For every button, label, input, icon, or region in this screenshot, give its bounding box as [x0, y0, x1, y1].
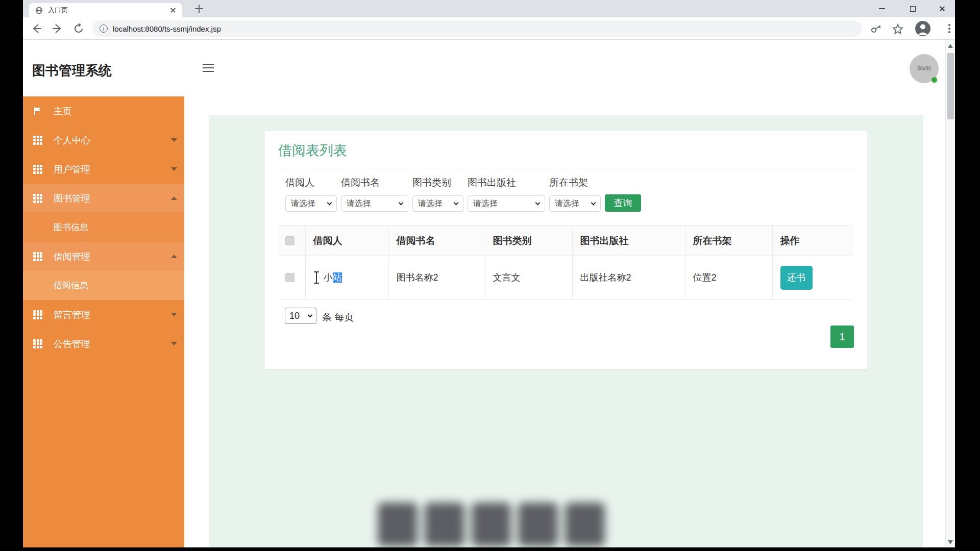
address-field[interactable]: i localhost:8080/ts-ssmj/index.jsp: [92, 20, 862, 37]
browser-tab[interactable]: 入口页: [29, 3, 182, 17]
scrollbar[interactable]: [945, 40, 955, 547]
key-icon[interactable]: [870, 23, 883, 35]
flag-icon: [33, 107, 42, 116]
app-header: 图书管理系统 80x80: [23, 40, 955, 96]
publisher-select[interactable]: 请选择: [468, 195, 545, 212]
chevron-down-icon: [327, 200, 332, 205]
scroll-down-icon[interactable]: [948, 540, 953, 544]
grid-icon: [33, 339, 42, 348]
sidebar-item-message-management[interactable]: 留言管理: [23, 300, 184, 329]
tab-strip: 入口页: [23, 0, 955, 17]
sidebar-item-home[interactable]: 主页: [23, 96, 184, 126]
col-publisher: 图书出版社: [572, 226, 685, 256]
tab-title: 入口页: [48, 6, 169, 15]
pagination-page-1[interactable]: 1: [830, 325, 854, 348]
chevron-down-icon: [399, 200, 404, 205]
chevron-down-icon: [171, 342, 177, 345]
chevron-down-icon: [308, 312, 313, 317]
info-icon[interactable]: i: [100, 24, 108, 33]
filter-book-name: 借阅书名 请选择: [341, 176, 408, 212]
browser-window: 入口页 i localhost:8080/ts-ssmj/index.jsp: [23, 0, 955, 547]
close-icon[interactable]: [930, 0, 954, 17]
forward-icon[interactable]: [52, 23, 63, 34]
borrower-select[interactable]: 请选择: [285, 195, 337, 212]
col-shelf: 所在书架: [685, 226, 772, 256]
select-all-checkbox[interactable]: [285, 236, 295, 245]
app-title: 图书管理系统: [32, 62, 112, 80]
selected-text: 站: [333, 272, 342, 283]
sidebar-item-borrow-info[interactable]: 借阅信息: [23, 271, 184, 300]
hamburger-icon[interactable]: [203, 64, 214, 73]
filter-bar: 借阅人 请选择 借阅书名 请选择 图书类别 请选择: [285, 176, 641, 212]
table-row: 小站 图书名称2 文言文 出版社名称2 位置2 还书: [278, 256, 853, 299]
col-borrower: 借阅人: [305, 226, 388, 256]
page-title: 借阅表列表: [278, 141, 347, 160]
search-button[interactable]: 查询: [605, 194, 641, 212]
url-bar: i localhost:8080/ts-ssmj/index.jsp: [23, 17, 955, 40]
filter-category: 图书类别 请选择: [412, 176, 463, 212]
table-header-row: 借阅人 借阅书名 图书类别 图书出版社 所在书架 操作: [278, 226, 853, 256]
avatar-label: 80x80: [917, 66, 931, 71]
globe-icon: [35, 7, 43, 14]
col-action: 操作: [772, 226, 853, 256]
sidebar-item-book-management[interactable]: 图书管理: [23, 184, 184, 213]
borrower-value: 小站: [324, 271, 342, 284]
menu-dots-icon[interactable]: [944, 23, 954, 34]
reload-icon[interactable]: [73, 23, 84, 34]
category-value: 文言文: [485, 256, 572, 299]
text-cursor-icon: [313, 271, 320, 284]
filter-publisher: 图书出版社 请选择: [468, 176, 545, 212]
star-icon[interactable]: [892, 23, 904, 35]
divider: [278, 168, 855, 168]
sidebar-item-book-info[interactable]: 图书信息: [23, 213, 184, 242]
grid-icon: [33, 165, 42, 174]
sidebar-item-personal-center[interactable]: 个人中心: [23, 126, 184, 155]
sidebar-item-user-management[interactable]: 用户管理: [23, 155, 184, 184]
blurred-watermark: [378, 503, 605, 546]
presence-dot: [932, 77, 937, 83]
avatar[interactable]: 80x80: [910, 54, 939, 83]
chevron-down-icon: [591, 200, 596, 205]
borrow-table: 借阅人 借阅书名 图书类别 图书出版社 所在书架 操作: [278, 225, 853, 299]
chevron-down-icon: [171, 313, 177, 316]
chevron-down-icon: [171, 138, 177, 142]
page-size-select[interactable]: 10: [285, 308, 316, 324]
grid-icon: [33, 194, 42, 203]
scrollbar-thumb[interactable]: [947, 53, 954, 119]
col-book: 借阅书名: [388, 226, 485, 256]
grid-icon: [33, 252, 42, 261]
filter-borrower: 借阅人 请选择: [285, 176, 337, 212]
url-text: localhost:8080/ts-ssmj/index.jsp: [113, 24, 221, 33]
tab-close-icon[interactable]: [169, 6, 177, 14]
sidebar: 主页 个人中心 用户管理 图书管理 图书信息 借阅管理: [23, 96, 184, 547]
category-select[interactable]: 请选择: [412, 195, 463, 212]
sidebar-item-borrow-management[interactable]: 借阅管理: [23, 242, 184, 271]
profile-icon[interactable]: [915, 21, 930, 36]
borrow-list-card: 借阅表列表 借阅人 请选择 借阅书名 请选择 图书类别: [264, 131, 868, 369]
sidebar-item-notice-management[interactable]: 公告管理: [23, 329, 184, 358]
scroll-up-icon[interactable]: [948, 44, 953, 48]
col-category: 图书类别: [485, 226, 572, 256]
page: 图书管理系统 80x80 主页 个人中心 用户管理: [23, 40, 955, 547]
chevron-up-icon: [171, 196, 177, 200]
return-book-button[interactable]: 还书: [780, 266, 813, 290]
chevron-down-icon: [454, 200, 459, 205]
book-value: 图书名称2: [388, 256, 485, 299]
chevron-down-icon: [171, 167, 177, 171]
page-size-suffix: 条 每页: [322, 311, 354, 324]
grid-icon: [33, 310, 42, 319]
back-icon[interactable]: [31, 23, 42, 34]
shelf-value: 位置2: [685, 256, 772, 299]
chevron-up-icon: [171, 255, 177, 258]
chevron-down-icon: [535, 200, 541, 205]
filter-shelf: 所在书架 请选择: [549, 176, 601, 212]
minimize-icon[interactable]: [870, 0, 894, 17]
shelf-select[interactable]: 请选择: [549, 195, 601, 212]
grid-icon: [33, 136, 42, 145]
book-name-select[interactable]: 请选择: [341, 195, 408, 212]
row-checkbox[interactable]: [285, 273, 295, 282]
new-tab-icon[interactable]: [194, 4, 204, 13]
maximize-icon[interactable]: [901, 0, 924, 17]
publisher-value: 出版社名称2: [572, 256, 685, 299]
